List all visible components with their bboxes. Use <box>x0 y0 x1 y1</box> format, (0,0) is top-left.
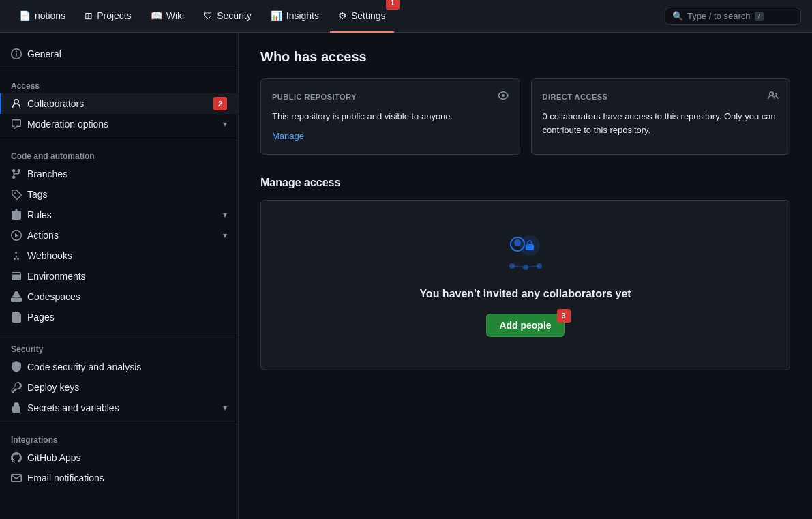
sidebar-item-secrets[interactable]: Secrets and variables ▾ <box>0 398 238 418</box>
wiki-icon: 📖 <box>151 10 162 21</box>
sidebar-label-general: General <box>27 48 61 59</box>
sidebar-divider-4 <box>0 424 238 424</box>
tab-settings[interactable]: ⚙ Settings 1 <box>330 0 394 33</box>
public-repo-text: This repository is public and visible to… <box>272 110 509 123</box>
sidebar-label-secrets: Secrets and variables <box>27 402 119 413</box>
sidebar-item-deploy-keys[interactable]: Deploy keys <box>0 377 238 398</box>
add-people-button[interactable]: Add people 3 <box>486 314 564 337</box>
sidebar-label-collaborators: Collaborators <box>27 98 84 109</box>
codespaces-icon <box>11 291 22 302</box>
access-cards: PUBLIC REPOSITORY This repository is pub… <box>260 78 790 155</box>
tab-wiki[interactable]: 📖 Wiki <box>142 0 192 33</box>
add-people-badge: 3 <box>557 309 571 323</box>
public-repo-label: PUBLIC REPOSITORY <box>272 93 357 101</box>
sidebar-label-deploy-keys: Deploy keys <box>27 382 79 393</box>
people-icon <box>768 90 779 103</box>
sidebar-item-github-apps[interactable]: GitHub Apps <box>0 447 238 468</box>
main-layout: General Access Collaborators 2 Moderatio… <box>0 33 812 519</box>
actions-chevron-icon: ▾ <box>223 231 227 240</box>
shield-icon: 🛡 <box>203 10 213 21</box>
sidebar-label-moderation: Moderation options <box>27 119 108 130</box>
branch-icon <box>11 168 22 179</box>
nav-tabs: 📄 notions ⊞ Projects 📖 Wiki 🛡 Security 📊… <box>11 0 394 33</box>
sidebar-divider-3 <box>0 333 238 333</box>
manage-access-box: You haven't invited any collaborators ye… <box>260 200 790 370</box>
search-icon: 🔍 <box>672 11 683 21</box>
person-icon <box>11 98 22 109</box>
sidebar-label-webhooks: Webhooks <box>27 250 72 261</box>
sidebar-label-branches: Branches <box>27 168 67 179</box>
rules-chevron-icon: ▾ <box>223 210 227 220</box>
sidebar-item-pages[interactable]: Pages <box>0 307 238 327</box>
sidebar-item-tags[interactable]: Tags <box>0 184 238 205</box>
sidebar-item-webhooks[interactable]: Webhooks <box>0 246 238 266</box>
top-navbar: 📄 notions ⊞ Projects 📖 Wiki 🛡 Security 📊… <box>0 0 812 33</box>
shield-check-icon <box>11 361 22 372</box>
tag-icon <box>11 189 22 200</box>
project-icon: ⊞ <box>85 10 93 21</box>
tab-security[interactable]: 🛡 Security <box>195 0 260 33</box>
insights-icon: 📊 <box>271 10 282 21</box>
sidebar-item-branches[interactable]: Branches <box>0 164 238 184</box>
key-icon <box>11 382 22 393</box>
sidebar-section-security: Security <box>0 339 238 357</box>
public-repo-header: PUBLIC REPOSITORY <box>272 90 509 103</box>
email-icon <box>11 473 22 484</box>
empty-state-text: You haven't invited any collaborators ye… <box>419 288 631 300</box>
sidebar-label-code-security: Code security and analysis <box>27 361 141 372</box>
env-icon <box>11 271 22 282</box>
sidebar-item-codespaces[interactable]: Codespaces <box>0 286 238 307</box>
sidebar-item-email-notifications[interactable]: Email notifications <box>0 468 238 488</box>
gear-icon: ⚙ <box>338 10 347 21</box>
secrets-chevron-icon: ▾ <box>223 403 227 413</box>
sidebar-section-integrations: Integrations <box>0 430 238 447</box>
sidebar-item-code-security[interactable]: Code security and analysis <box>0 357 238 377</box>
sidebar-divider-1 <box>0 70 238 70</box>
comment-icon <box>11 119 22 130</box>
search-box[interactable]: 🔍 Type / to search / <box>665 8 801 25</box>
sidebar-item-collaborators[interactable]: Collaborators 2 <box>0 93 238 114</box>
sidebar-section-code: Code and automation <box>0 146 238 164</box>
sidebar-item-general[interactable]: General <box>0 44 238 64</box>
sidebar-item-environments[interactable]: Environments <box>0 266 238 286</box>
sidebar-label-rules: Rules <box>27 209 52 220</box>
direct-access-text: 0 collaborators have access to this repo… <box>543 110 779 136</box>
sidebar-label-github-apps: GitHub Apps <box>27 452 81 463</box>
actions-icon <box>11 230 22 241</box>
sidebar-item-moderation[interactable]: Moderation options ▾ <box>0 114 238 134</box>
sidebar-label-pages: Pages <box>27 312 55 323</box>
direct-access-label: DIRECT ACCESS <box>543 93 608 101</box>
public-repo-card: PUBLIC REPOSITORY This repository is pub… <box>260 78 520 155</box>
collaborators-empty-icon <box>498 233 553 274</box>
github-icon <box>11 452 22 463</box>
tab-projects[interactable]: ⊞ Projects <box>76 0 140 33</box>
sidebar-item-actions[interactable]: Actions ▾ <box>0 225 238 246</box>
webhook-icon <box>11 250 22 261</box>
manage-link[interactable]: Manage <box>272 131 304 141</box>
direct-access-card: DIRECT ACCESS 0 collaborators have acces… <box>531 78 791 155</box>
collaborators-badge: 2 <box>213 97 227 110</box>
sidebar: General Access Collaborators 2 Moderatio… <box>0 33 239 519</box>
pages-icon <box>11 312 22 323</box>
rules-icon <box>11 209 22 220</box>
sidebar-label-environments: Environments <box>27 271 86 282</box>
book-icon: 📄 <box>19 10 31 21</box>
content-area: Who has access PUBLIC REPOSITORY This re… <box>239 33 812 519</box>
eye-icon <box>498 90 509 103</box>
sidebar-item-rules[interactable]: Rules ▾ <box>0 205 238 225</box>
svg-rect-3 <box>526 244 534 250</box>
sidebar-divider-2 <box>0 140 238 140</box>
sidebar-section-access: Access <box>0 76 238 93</box>
chevron-down-icon: ▾ <box>223 119 227 129</box>
tab-insights[interactable]: 📊 Insights <box>262 0 327 33</box>
general-icon <box>11 48 22 59</box>
tab-notions[interactable]: 📄 notions <box>11 0 74 33</box>
settings-badge: 1 <box>386 0 400 10</box>
direct-access-header: DIRECT ACCESS <box>543 90 779 103</box>
page-title: Who has access <box>260 49 790 65</box>
sidebar-label-actions: Actions <box>27 230 59 241</box>
sidebar-label-email-notifications: Email notifications <box>27 473 104 484</box>
sidebar-label-tags: Tags <box>27 189 48 200</box>
slash-badge: / <box>755 12 764 21</box>
sidebar-label-codespaces: Codespaces <box>27 291 80 302</box>
